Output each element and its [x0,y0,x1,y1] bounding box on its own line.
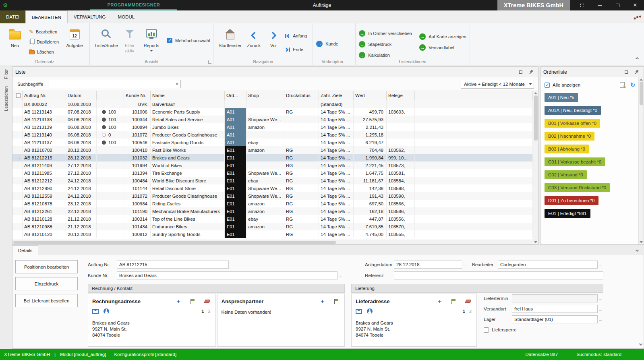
table-row[interactable]: AB 8121070228.12.2018100410Fast Bike Wor… [12,146,533,154]
vscroll-thumb[interactable] [640,82,643,105]
list-action-button[interactable]: Kalkulation [359,51,419,59]
anfang-button[interactable]: Anfang [283,31,309,40]
table-row[interactable]: AB 1121314307.08.2018100101006Economic P… [12,108,533,116]
vscroll-thumb[interactable] [534,95,538,141]
duplizieren-button[interactable]: Duplizieren [27,37,60,46]
clear-search-icon[interactable] [176,81,179,87]
table-row[interactable]: AB 8121140927.12.2018101994World of Bike… [12,161,533,169]
panel-pin-icon[interactable] [633,68,640,76]
add-address-button[interactable] [177,298,180,304]
sidebar-tab-lesezeichen[interactable]: Lesezeichen [4,86,8,111]
table-row[interactable]: AB 1121313906.08.2018100100894Jumbo Bike… [12,123,533,131]
window-maximize-button[interactable] [609,0,626,10]
column-header-datum[interactable]: Datum [66,91,97,100]
column-header-ord[interactable]: Ord... [225,91,246,100]
mail-icon[interactable] [356,309,362,314]
table-row[interactable]: AB 1121314006.08.20180101072Producer Goo… [12,131,533,139]
liefertermin-picker-button[interactable] [598,296,603,301]
list-action-button[interactable]: Auf Karte anzeigen [419,32,466,41]
address-pager[interactable]: 12 [463,309,472,314]
liste-suche-button[interactable]: Liste/Suche [93,26,120,48]
address-pager[interactable]: 12 [201,309,211,314]
scroll-down-arrow[interactable] [640,241,643,243]
horizontal-scrollbar[interactable] [12,240,533,244]
liste-vertical-scrollbar[interactable] [533,91,538,244]
column-header-auftrag[interactable]: Auftrag Nr. [23,91,66,100]
bearbeiten-button[interactable]: Bearbeiten [27,27,60,36]
ende-button[interactable]: Ende [283,45,309,54]
list-action-button[interactable]: Stapeldruck [359,40,419,48]
add-contact-button[interactable] [321,298,324,304]
table-row[interactable]: AB 8121098821.12.2018101434Endurance Bik… [12,223,533,230]
einzeldruck-button[interactable]: Einzeldruck [15,277,78,290]
column-header-shop[interactable]: Shop [246,91,284,100]
table-row[interactable]: AB 1121313706.08.2018100100548Eastside S… [12,139,533,146]
table-row[interactable]: AB 8121221224.12.2018100484World Bike Di… [12,177,533,184]
tab-bearbeiten[interactable]: BEARBEITEN [25,10,68,23]
kunde-button[interactable]: Kunde [316,39,338,48]
flag-icon[interactable] [190,299,195,304]
details-collapse-button[interactable] [636,246,638,253]
positionen-bearbeiten-button[interactable]: Positionen bearbeiten [15,260,78,273]
contact-person-icon[interactable] [104,308,109,314]
kunde-nr-field[interactable] [117,271,338,279]
table-row[interactable]: AB 8121255924.12.2018101072Producer Good… [12,192,533,200]
table-row[interactable]: AB 8121012821.12.2018100314Top of the Li… [12,215,533,223]
column-header-name[interactable]: Name [151,91,225,100]
bei-lieferant-bestellen-button[interactable]: Bei Lieferant bestellen [15,294,78,307]
edit-folders-icon[interactable] [620,82,625,88]
lager-picker-button[interactable] [598,317,603,322]
filter-aktiv-button[interactable]: Filter aktiv [120,26,140,53]
table-row[interactable]: AB 8121198527.12.2018101394Tire Exchange… [12,169,533,177]
panel-maximize-icon[interactable] [625,70,628,74]
referenz-field[interactable] [394,271,603,279]
neu-button[interactable]: Neu [3,26,27,48]
folder-item[interactable]: C02 | Versand *0 [545,170,587,179]
versandart-picker-button[interactable] [598,306,603,311]
zurueck-button[interactable]: Zurück [243,26,264,48]
bearbeiter-field[interactable] [498,261,598,269]
app-gear-icon[interactable]: ⚙ [3,2,8,8]
vor-button[interactable]: Vor [264,26,283,48]
contact-person-icon[interactable] [367,308,373,314]
chevron-down-icon[interactable] [527,80,534,88]
add-address-button[interactable] [438,298,441,304]
panel-maximize-icon[interactable] [519,70,522,74]
liefertermin-field[interactable] [512,294,598,302]
list-filter-dropdown[interactable]: Aktive + Erledigt < 12 Monate [461,80,534,89]
column-header-ziele[interactable]: Zahl. Ziele [319,91,354,100]
folder-item[interactable]: A01 | Neu *5 [545,93,578,102]
details-scroll-down[interactable] [640,339,642,347]
alle-anzeigen-checkbox[interactable] [545,83,550,88]
list-action-button[interactable]: Versandlabel [419,43,466,52]
table-row[interactable]: AB 8121226122.12.2018101190Mechanical Br… [12,207,533,215]
flag-icon[interactable] [451,299,456,304]
sidebar-tab-filter[interactable]: Filter [4,69,8,79]
ribbon-collapse-button[interactable] [636,54,638,62]
mail-icon[interactable] [92,309,99,314]
column-header-druck[interactable]: Druckstatus [284,91,319,100]
hscroll-thumb[interactable] [13,241,336,244]
folder-item[interactable]: D01 | Zu berechnen *0 [545,196,598,205]
kunde-picker-button[interactable] [338,273,343,278]
loeschen-button[interactable]: Löschen [27,48,60,56]
table-row[interactable]: AB 8121289024.12.2018101144Retail Discou… [12,184,533,192]
anlagedatum-picker-button[interactable] [462,262,468,267]
table-row[interactable]: AB 8121221528.12.2018101032Brakes and Ge… [12,154,533,161]
tab-datei[interactable]: DATEI [0,10,25,23]
startfenster-button[interactable]: Startfenster [217,26,243,48]
lager-field[interactable] [512,315,598,323]
scroll-up-arrow[interactable] [534,92,537,94]
folder-item[interactable]: B01 | Vorkasse offen *0 [545,119,600,128]
column-header-kunde[interactable]: Kunde Nr. [124,91,151,100]
mehrfachauswahl-checkbox-row[interactable]: Mehrfachauswahl [167,38,210,43]
eraser-icon[interactable] [465,300,472,303]
tab-verwaltung[interactable]: VERWALTUNG [68,10,112,23]
window-close-button[interactable] [626,0,644,10]
reports-dropdown-arrow[interactable] [150,50,153,52]
refresh-icon[interactable] [630,81,635,89]
folder-item[interactable]: B02 | Nachnahme *0 [545,132,594,141]
versandart-field[interactable] [512,305,598,313]
eraser-icon[interactable] [204,300,210,303]
folder-item[interactable]: B03 | Abholung *0 [545,145,589,153]
